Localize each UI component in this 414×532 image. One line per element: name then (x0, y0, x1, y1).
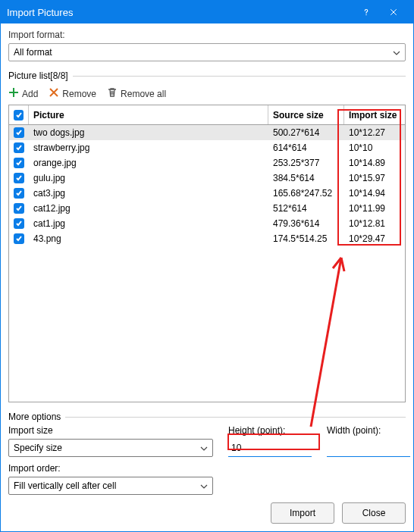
row-import-size: 10*10 (344, 142, 405, 153)
remove-all-button[interactable]: Remove all (107, 87, 166, 100)
add-button[interactable]: Add (8, 87, 38, 100)
table-row[interactable]: gulu.jpg384.5*61410*15.97 (9, 171, 405, 186)
row-source-size: 614*614 (268, 142, 344, 153)
header-import-size[interactable]: Import size (344, 105, 405, 124)
import-order-label: Import order: (8, 463, 406, 474)
import-size-select[interactable]: Specify size (8, 439, 213, 457)
header-checkbox-cell (9, 105, 29, 124)
table-row[interactable]: cat12.jpg512*61410*11.99 (9, 201, 405, 216)
height-input[interactable] (228, 439, 312, 457)
row-import-size: 10*12.81 (344, 218, 405, 229)
row-picture-name: gulu.jpg (29, 173, 268, 183)
table-row[interactable]: 43.png174.5*514.2510*29.47 (9, 231, 405, 246)
row-checkbox-cell (9, 173, 29, 183)
row-picture-name: orange.jpg (29, 158, 268, 168)
row-source-size: 174.5*514.25 (268, 233, 344, 244)
plus-icon (8, 87, 19, 100)
row-picture-name: cat3.jpg (29, 188, 268, 199)
row-source-size: 500.27*614 (268, 127, 344, 138)
row-checkbox-cell (9, 158, 29, 168)
picture-table: Picture Source size Import size two dogs… (8, 105, 406, 402)
row-checkbox[interactable] (14, 158, 24, 168)
remove-all-label: Remove all (121, 89, 166, 99)
table-header: Picture Source size Import size (9, 105, 405, 125)
row-import-size: 10*11.99 (344, 203, 405, 214)
import-size-value: Specify size (14, 443, 62, 453)
import-format-value: All format (14, 47, 52, 58)
row-source-size: 479.36*614 (268, 218, 344, 229)
row-import-size: 10*15.97 (344, 173, 405, 183)
select-all-checkbox[interactable] (14, 110, 24, 120)
picture-toolbar: Add Remove Remove all (8, 87, 406, 100)
row-checkbox[interactable] (14, 188, 24, 199)
picture-list-label: Picture list[8/8] (8, 70, 68, 81)
table-row[interactable]: cat3.jpg165.68*247.5210*14.94 (9, 186, 405, 201)
dialog-content: Import format: All format Picture list[8… (1, 23, 413, 531)
divider (73, 76, 406, 77)
import-order-select[interactable]: Fill vertically cell after cell (8, 477, 213, 495)
table-row[interactable]: orange.jpg253.25*37710*14.89 (9, 155, 405, 171)
row-checkbox-cell (9, 203, 29, 214)
row-checkbox-cell (9, 188, 29, 199)
height-label: Height (point): (228, 425, 312, 436)
row-import-size: 10*14.94 (344, 188, 405, 199)
picture-list-header: Picture list[8/8] (8, 70, 406, 81)
import-button[interactable]: Import (271, 502, 334, 524)
add-label: Add (22, 89, 38, 99)
help-button[interactable] (353, 1, 380, 23)
row-source-size: 384.5*614 (268, 173, 344, 183)
header-picture[interactable]: Picture (29, 105, 268, 124)
table-row[interactable]: two dogs.jpg500.27*61410*12.27 (9, 125, 405, 140)
row-picture-name: two dogs.jpg (29, 127, 268, 138)
row-picture-name: 43.png (29, 233, 268, 244)
header-source-size[interactable]: Source size (268, 105, 344, 124)
row-import-size: 10*14.89 (344, 158, 405, 168)
x-icon (49, 87, 59, 100)
table-row[interactable]: cat1.jpg479.36*61410*12.81 (9, 216, 405, 231)
close-window-button[interactable] (380, 1, 407, 23)
more-options-header: More options (8, 412, 406, 422)
import-format-select[interactable]: All format (8, 43, 406, 61)
width-input[interactable] (327, 439, 410, 457)
row-import-size: 10*12.27 (344, 127, 405, 138)
trash-icon (107, 87, 118, 100)
row-checkbox[interactable] (14, 173, 24, 183)
row-picture-name: cat12.jpg (29, 203, 268, 214)
row-checkbox[interactable] (14, 142, 24, 153)
row-source-size: 512*614 (268, 203, 344, 214)
close-button[interactable]: Close (342, 502, 406, 524)
width-label: Width (point): (327, 425, 410, 436)
row-checkbox[interactable] (14, 233, 24, 244)
import-pictures-dialog: Import Pictures Import format: All forma… (0, 0, 414, 532)
chevron-down-icon (200, 482, 208, 490)
row-picture-name: cat1.jpg (29, 218, 268, 229)
title-bar: Import Pictures (1, 1, 413, 23)
table-body: two dogs.jpg500.27*61410*12.27strawberry… (9, 125, 405, 402)
row-source-size: 253.25*377 (268, 158, 344, 168)
row-import-size: 10*29.47 (344, 233, 405, 244)
import-format-label: Import format: (8, 30, 406, 40)
chevron-down-icon (393, 49, 400, 56)
import-order-value: Fill vertically cell after cell (14, 480, 116, 491)
row-checkbox-cell (9, 142, 29, 153)
window-title: Import Pictures (7, 7, 353, 18)
remove-label: Remove (62, 89, 96, 99)
row-checkbox-cell (9, 233, 29, 244)
chevron-down-icon (200, 444, 208, 452)
row-checkbox[interactable] (14, 203, 24, 214)
remove-button[interactable]: Remove (49, 87, 96, 100)
divider (65, 417, 406, 418)
table-row[interactable]: strawberry.jpg614*61410*10 (9, 140, 405, 155)
row-checkbox[interactable] (14, 127, 24, 138)
import-size-label: Import size (8, 425, 213, 436)
row-checkbox-cell (9, 218, 29, 229)
svg-point-0 (365, 14, 366, 15)
row-source-size: 165.68*247.52 (268, 188, 344, 199)
row-checkbox-cell (9, 127, 29, 138)
row-picture-name: strawberry.jpg (29, 142, 268, 153)
row-checkbox[interactable] (14, 218, 24, 229)
more-options-label: More options (8, 412, 61, 422)
